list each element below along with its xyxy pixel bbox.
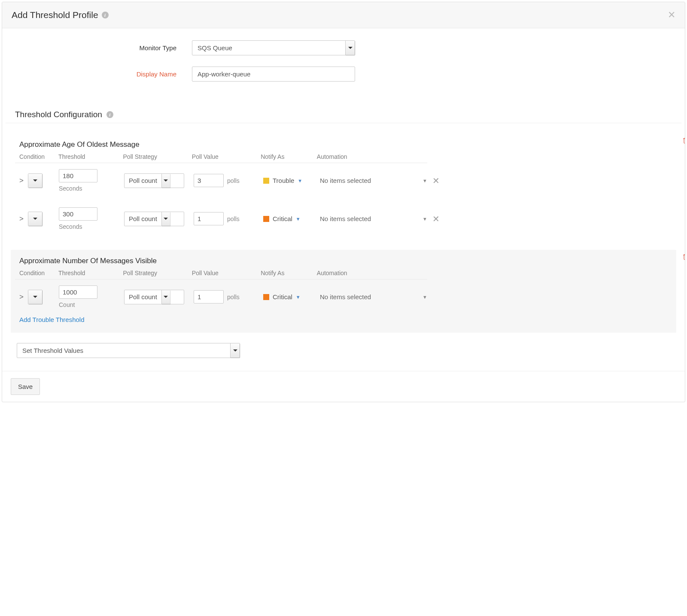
status-swatch-trouble [263, 178, 269, 184]
condition-select[interactable] [28, 212, 43, 226]
automation-label: No items selected [320, 177, 371, 184]
threshold-config-title: Threshold Configuration i [6, 110, 681, 123]
col-condition: Condition [19, 153, 53, 160]
condition-symbol: > [19, 176, 25, 185]
metric-title: Approximate Age Of Oldest Message [15, 139, 672, 153]
notify-as-label: Critical [273, 293, 292, 300]
monitor-type-row: Monitor Type SQS Queue [12, 40, 675, 55]
info-icon[interactable]: i [102, 12, 109, 18]
threshold-row: > Count Poll count polls [15, 279, 466, 308]
poll-value-unit: polls [227, 177, 240, 184]
chevron-down-icon: ▼ [423, 216, 427, 222]
poll-strategy-select[interactable]: Poll count [124, 212, 184, 226]
condition-select[interactable] [28, 173, 43, 188]
poll-value-input[interactable] [194, 290, 224, 303]
set-threshold-values-select[interactable]: Set Threshold Values [17, 343, 240, 358]
poll-value-input[interactable] [194, 212, 224, 225]
chevron-down-icon: ▼ [423, 178, 427, 183]
automation-select[interactable]: No items selected ▼ [320, 293, 427, 300]
modal-title: Add Threshold Profile i [12, 10, 109, 20]
threshold-unit: Seconds [59, 223, 119, 230]
condition-cell: > [19, 173, 54, 188]
condition-cell: > [19, 212, 54, 226]
col-automation: Automation [317, 270, 423, 276]
col-threshold: Threshold [58, 270, 118, 276]
threshold-input[interactable] [59, 207, 97, 221]
trash-icon[interactable] [682, 253, 685, 261]
poll-strategy-label: Poll count [125, 293, 161, 300]
monitor-type-select[interactable]: SQS Queue [192, 40, 355, 55]
poll-strategy-select[interactable]: Poll count [124, 173, 184, 188]
poll-value-cell: polls [194, 174, 258, 187]
remove-row-icon[interactable]: ✕ [432, 176, 440, 186]
poll-value-unit: polls [227, 294, 240, 300]
poll-value-input[interactable] [194, 174, 224, 187]
notify-as-select[interactable]: Critical ▼ [263, 293, 315, 300]
trash-icon[interactable] [682, 137, 685, 145]
close-icon[interactable]: ✕ [668, 10, 675, 20]
display-name-input[interactable] [192, 67, 355, 82]
display-name-label: Display Name [12, 70, 192, 78]
threshold-unit: Count [59, 301, 119, 308]
profile-form: Monitor Type SQS Queue Display Name [2, 28, 685, 110]
automation-label: No items selected [320, 293, 371, 300]
add-threshold-modal: Add Threshold Profile i ✕ Monitor Type S… [2, 2, 685, 402]
chevron-down-icon [28, 212, 42, 226]
poll-strategy-cell: Poll count [124, 173, 188, 188]
notify-as-label: Critical [273, 215, 292, 222]
poll-strategy-label: Poll count [125, 215, 161, 222]
poll-strategy-label: Poll count [125, 177, 161, 184]
modal-footer: Save [2, 371, 685, 402]
threshold-row: > Seconds Poll count polls [15, 163, 466, 192]
col-condition: Condition [19, 270, 53, 276]
set-threshold-values-label: Set Threshold Values [22, 347, 83, 354]
chevron-down-icon [230, 343, 240, 358]
chevron-down-icon [28, 290, 42, 304]
condition-select[interactable] [28, 290, 43, 304]
threshold-input[interactable] [59, 285, 97, 299]
chevron-down-icon [28, 174, 42, 188]
add-trouble-threshold-link[interactable]: Add Trouble Threshold [15, 308, 672, 323]
threshold-input[interactable] [59, 169, 97, 182]
col-automation: Automation [317, 153, 423, 160]
remove-row-icon[interactable]: ✕ [432, 214, 440, 224]
chevron-down-icon: ▼ [296, 216, 301, 222]
automation-select[interactable]: No items selected ▼ [320, 177, 427, 184]
monitor-type-label: Monitor Type [12, 44, 192, 52]
col-threshold: Threshold [58, 153, 118, 160]
poll-value-unit: polls [227, 215, 240, 222]
notify-as-select[interactable]: Trouble ▼ [263, 177, 315, 184]
info-icon[interactable]: i [106, 111, 113, 118]
chevron-down-icon [345, 41, 355, 55]
display-name-row: Display Name [12, 67, 675, 82]
col-notify-as: Notify As [261, 153, 312, 160]
automation-select[interactable]: No items selected ▼ [320, 215, 427, 222]
poll-strategy-select[interactable]: Poll count [124, 290, 184, 304]
chevron-down-icon: ▼ [423, 294, 427, 300]
condition-symbol: > [19, 215, 25, 223]
chevron-down-icon: ▼ [296, 294, 301, 300]
poll-value-cell: polls [194, 290, 258, 303]
notify-as-select[interactable]: Critical ▼ [263, 215, 315, 222]
automation-label: No items selected [320, 215, 371, 222]
threshold-unit: Seconds [59, 185, 119, 192]
poll-value-cell: polls [194, 212, 258, 225]
poll-strategy-cell: Poll count [124, 290, 188, 304]
col-poll-strategy: Poll Strategy [123, 153, 187, 160]
monitor-type-value: SQS Queue [198, 44, 232, 52]
threshold-cell: Count [59, 285, 119, 308]
notify-as-label: Trouble [273, 177, 294, 184]
threshold-row: > Seconds Poll count polls [15, 201, 466, 230]
condition-symbol: > [19, 293, 25, 301]
metric-block-msgs-visible: Approximate Number Of Messages Visible C… [11, 250, 676, 333]
metric-title: Approximate Number Of Messages Visible [15, 255, 672, 270]
save-button[interactable]: Save [11, 378, 40, 395]
chevron-down-icon [161, 212, 170, 226]
columns-header: Condition Threshold Poll Strategy Poll V… [15, 270, 427, 279]
set-threshold-values-row: Set Threshold Values [17, 343, 670, 358]
threshold-cell: Seconds [59, 207, 119, 230]
chevron-down-icon [161, 174, 170, 188]
poll-strategy-cell: Poll count [124, 212, 188, 226]
condition-cell: > [19, 290, 54, 304]
col-notify-as: Notify As [261, 270, 312, 276]
